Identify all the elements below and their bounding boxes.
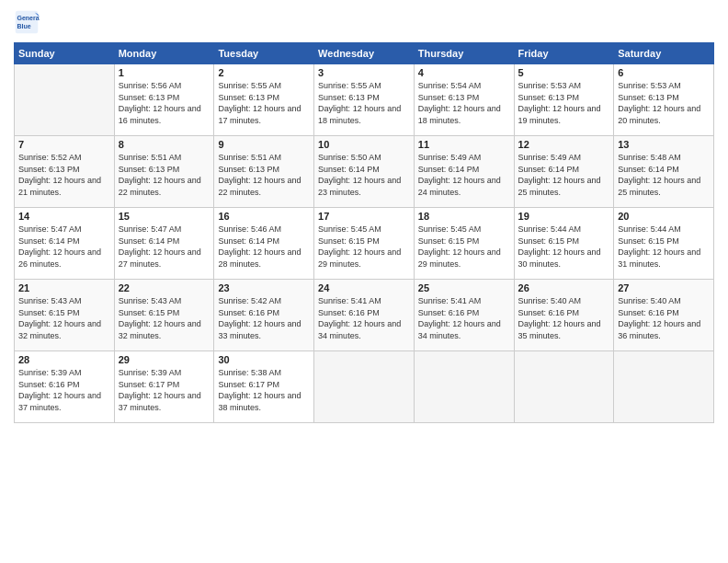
day-number: 27 xyxy=(618,282,710,293)
cell-info: Sunrise: 5:45 AMSunset: 6:15 PMDaylight:… xyxy=(418,224,510,270)
calendar-cell: 24Sunrise: 5:41 AMSunset: 6:16 PMDayligh… xyxy=(314,280,415,351)
cell-info: Sunrise: 5:43 AMSunset: 6:15 PMDaylight:… xyxy=(18,295,110,341)
cell-info: Sunrise: 5:42 AMSunset: 6:16 PMDaylight:… xyxy=(218,295,310,341)
calendar-cell: 19Sunrise: 5:44 AMSunset: 6:15 PMDayligh… xyxy=(514,208,614,280)
cell-info: Sunrise: 5:39 AMSunset: 6:16 PMDaylight:… xyxy=(18,367,110,413)
weekday-header: Thursday xyxy=(414,43,514,64)
cell-info: Sunrise: 5:44 AMSunset: 6:15 PMDaylight:… xyxy=(518,224,610,270)
weekday-header: Sunday xyxy=(15,43,115,64)
day-number: 13 xyxy=(618,139,710,150)
calendar-cell: 2Sunrise: 5:55 AMSunset: 6:13 PMDaylight… xyxy=(214,64,314,136)
day-number: 19 xyxy=(518,211,610,222)
day-number: 16 xyxy=(218,211,310,222)
cell-info: Sunrise: 5:49 AMSunset: 6:14 PMDaylight:… xyxy=(418,152,510,198)
cell-info: Sunrise: 5:50 AMSunset: 6:14 PMDaylight:… xyxy=(318,152,410,198)
day-number: 21 xyxy=(18,282,110,293)
calendar-cell: 14Sunrise: 5:47 AMSunset: 6:14 PMDayligh… xyxy=(15,208,115,280)
calendar-cell: 6Sunrise: 5:53 AMSunset: 6:13 PMDaylight… xyxy=(614,64,714,136)
weekday-header: Friday xyxy=(514,43,614,64)
cell-info: Sunrise: 5:40 AMSunset: 6:16 PMDaylight:… xyxy=(518,295,610,341)
header: General Blue xyxy=(14,9,714,35)
cell-info: Sunrise: 5:47 AMSunset: 6:14 PMDaylight:… xyxy=(18,224,110,270)
calendar-cell: 29Sunrise: 5:39 AMSunset: 6:17 PMDayligh… xyxy=(114,351,214,423)
cell-info: Sunrise: 5:54 AMSunset: 6:13 PMDaylight:… xyxy=(418,80,510,126)
calendar-week-row: 1Sunrise: 5:56 AMSunset: 6:13 PMDaylight… xyxy=(15,64,714,136)
day-number: 23 xyxy=(218,282,310,293)
calendar-cell: 7Sunrise: 5:52 AMSunset: 6:13 PMDaylight… xyxy=(15,136,115,208)
calendar-header: SundayMondayTuesdayWednesdayThursdayFrid… xyxy=(15,43,714,64)
weekday-header: Saturday xyxy=(614,43,714,64)
day-number: 25 xyxy=(418,282,510,293)
calendar-cell: 8Sunrise: 5:51 AMSunset: 6:13 PMDaylight… xyxy=(114,136,214,208)
calendar-cell xyxy=(314,351,415,423)
cell-info: Sunrise: 5:46 AMSunset: 6:14 PMDaylight:… xyxy=(218,224,310,270)
day-number: 5 xyxy=(518,67,610,78)
calendar-cell: 26Sunrise: 5:40 AMSunset: 6:16 PMDayligh… xyxy=(514,280,614,351)
day-number: 8 xyxy=(119,139,210,150)
calendar-cell: 13Sunrise: 5:48 AMSunset: 6:14 PMDayligh… xyxy=(614,136,714,208)
calendar-cell: 4Sunrise: 5:54 AMSunset: 6:13 PMDaylight… xyxy=(414,64,514,136)
day-number: 3 xyxy=(318,67,410,78)
day-number: 28 xyxy=(18,354,110,365)
day-number: 14 xyxy=(18,211,110,222)
calendar-cell: 18Sunrise: 5:45 AMSunset: 6:15 PMDayligh… xyxy=(414,208,514,280)
weekday-header: Monday xyxy=(114,43,214,64)
calendar-cell: 1Sunrise: 5:56 AMSunset: 6:13 PMDaylight… xyxy=(114,64,214,136)
cell-info: Sunrise: 5:48 AMSunset: 6:14 PMDaylight:… xyxy=(618,152,710,198)
day-number: 4 xyxy=(418,67,510,78)
day-number: 11 xyxy=(418,139,510,150)
cell-info: Sunrise: 5:45 AMSunset: 6:15 PMDaylight:… xyxy=(318,224,410,270)
cell-info: Sunrise: 5:51 AMSunset: 6:13 PMDaylight:… xyxy=(119,152,210,198)
calendar-week-row: 7Sunrise: 5:52 AMSunset: 6:13 PMDaylight… xyxy=(15,136,714,208)
cell-info: Sunrise: 5:55 AMSunset: 6:13 PMDaylight:… xyxy=(218,80,310,126)
calendar-cell: 22Sunrise: 5:43 AMSunset: 6:15 PMDayligh… xyxy=(114,280,214,351)
cell-info: Sunrise: 5:55 AMSunset: 6:13 PMDaylight:… xyxy=(318,80,410,126)
weekday-row: SundayMondayTuesdayWednesdayThursdayFrid… xyxy=(15,43,714,64)
calendar-body: 1Sunrise: 5:56 AMSunset: 6:13 PMDaylight… xyxy=(15,64,714,423)
day-number: 17 xyxy=(318,211,410,222)
day-number: 2 xyxy=(218,67,310,78)
calendar-cell: 17Sunrise: 5:45 AMSunset: 6:15 PMDayligh… xyxy=(314,208,415,280)
cell-info: Sunrise: 5:53 AMSunset: 6:13 PMDaylight:… xyxy=(618,80,710,126)
day-number: 18 xyxy=(418,211,510,222)
weekday-header: Tuesday xyxy=(214,43,314,64)
calendar-cell: 9Sunrise: 5:51 AMSunset: 6:13 PMDaylight… xyxy=(214,136,314,208)
cell-info: Sunrise: 5:53 AMSunset: 6:13 PMDaylight:… xyxy=(518,80,610,126)
day-number: 6 xyxy=(618,67,710,78)
day-number: 15 xyxy=(119,211,210,222)
svg-text:General: General xyxy=(17,15,40,21)
calendar-week-row: 14Sunrise: 5:47 AMSunset: 6:14 PMDayligh… xyxy=(15,208,714,280)
calendar-cell: 10Sunrise: 5:50 AMSunset: 6:14 PMDayligh… xyxy=(314,136,415,208)
day-number: 7 xyxy=(18,139,110,150)
day-number: 29 xyxy=(119,354,210,365)
calendar-cell: 11Sunrise: 5:49 AMSunset: 6:14 PMDayligh… xyxy=(414,136,514,208)
calendar-table: SundayMondayTuesdayWednesdayThursdayFrid… xyxy=(14,42,714,423)
weekday-header: Wednesday xyxy=(314,43,415,64)
day-number: 24 xyxy=(318,282,410,293)
cell-info: Sunrise: 5:44 AMSunset: 6:15 PMDaylight:… xyxy=(618,224,710,270)
day-number: 9 xyxy=(218,139,310,150)
calendar-cell: 5Sunrise: 5:53 AMSunset: 6:13 PMDaylight… xyxy=(514,64,614,136)
day-number: 1 xyxy=(119,67,210,78)
cell-info: Sunrise: 5:49 AMSunset: 6:14 PMDaylight:… xyxy=(518,152,610,198)
svg-text:Blue: Blue xyxy=(17,23,31,29)
cell-info: Sunrise: 5:39 AMSunset: 6:17 PMDaylight:… xyxy=(119,367,210,413)
cell-info: Sunrise: 5:38 AMSunset: 6:17 PMDaylight:… xyxy=(218,367,310,413)
calendar-cell: 3Sunrise: 5:55 AMSunset: 6:13 PMDaylight… xyxy=(314,64,415,136)
calendar-cell xyxy=(514,351,614,423)
calendar-week-row: 28Sunrise: 5:39 AMSunset: 6:16 PMDayligh… xyxy=(15,351,714,423)
cell-info: Sunrise: 5:52 AMSunset: 6:13 PMDaylight:… xyxy=(18,152,110,198)
calendar-cell: 30Sunrise: 5:38 AMSunset: 6:17 PMDayligh… xyxy=(214,351,314,423)
calendar-cell: 27Sunrise: 5:40 AMSunset: 6:16 PMDayligh… xyxy=(614,280,714,351)
day-number: 26 xyxy=(518,282,610,293)
day-number: 12 xyxy=(518,139,610,150)
calendar-cell xyxy=(414,351,514,423)
calendar-cell: 12Sunrise: 5:49 AMSunset: 6:14 PMDayligh… xyxy=(514,136,614,208)
day-number: 20 xyxy=(618,211,710,222)
cell-info: Sunrise: 5:47 AMSunset: 6:14 PMDaylight:… xyxy=(119,224,210,270)
calendar-cell: 25Sunrise: 5:41 AMSunset: 6:16 PMDayligh… xyxy=(414,280,514,351)
day-number: 30 xyxy=(218,354,310,365)
calendar-cell: 16Sunrise: 5:46 AMSunset: 6:14 PMDayligh… xyxy=(214,208,314,280)
calendar-cell xyxy=(614,351,714,423)
calendar-cell: 23Sunrise: 5:42 AMSunset: 6:16 PMDayligh… xyxy=(214,280,314,351)
